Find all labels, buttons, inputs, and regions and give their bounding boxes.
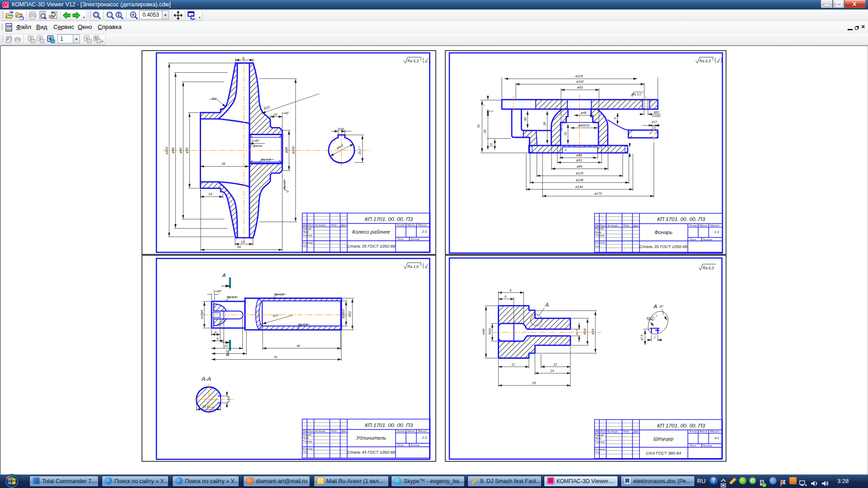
svg-text:4 отв.: 4 отв. <box>652 114 660 117</box>
svg-text:Ra 3,2: Ra 3,2 <box>632 92 641 96</box>
svg-text:ø13: ø13 <box>652 120 657 123</box>
svg-text:М10: М10 <box>488 328 492 335</box>
svg-text:ø55: ø55 <box>185 147 189 154</box>
svg-text:30: 30 <box>523 117 527 121</box>
svg-text:ø7,9: ø7,9 <box>640 334 643 340</box>
svg-text:24: 24 <box>225 349 229 353</box>
svg-text:Колесо рабочее: Колесо рабочее <box>352 229 390 235</box>
svg-text:Ra 0,4: Ra 0,4 <box>226 295 236 299</box>
svg-text:35: 35 <box>222 162 226 166</box>
svg-text:ø100: ø100 <box>291 146 295 154</box>
svg-text:КП 1701. 00. 00. П3: КП 1701. 00. 00. П3 <box>657 422 705 429</box>
svg-text:ø144: ø144 <box>576 185 583 189</box>
svg-text:Ra 6,3: Ra 6,3 <box>699 59 711 63</box>
svg-text:А: А <box>545 302 549 308</box>
svg-text:М16: М16 <box>583 328 587 335</box>
svg-text:А: А <box>222 272 226 278</box>
svg-text:ø98: ø98 <box>171 147 175 154</box>
svg-text:15: 15 <box>208 192 212 196</box>
svg-text:Ra 6,3: Ra 6,3 <box>703 266 714 270</box>
svg-text:Штуцер: Штуцер <box>653 436 673 441</box>
svg-text:Ra 0,8: Ra 0,8 <box>274 292 283 296</box>
svg-text:2:1: 2:1 <box>421 230 427 234</box>
svg-text:23: 23 <box>489 143 493 147</box>
svg-text:Сталь 35 ГОСТ 1050-88: Сталь 35 ГОСТ 1050-88 <box>640 244 688 249</box>
svg-text:60: 60 <box>237 245 241 249</box>
svg-text:9: 9 <box>509 288 511 292</box>
svg-text:4:1: 4:1 <box>714 436 719 440</box>
svg-text:9: 9 <box>217 337 218 341</box>
svg-text:ø8H7: ø8H7 <box>336 144 344 150</box>
svg-text:Ra 6,3: Ra 6,3 <box>407 59 419 63</box>
svg-text:30°: 30° <box>659 305 664 308</box>
svg-text:Ra 0,8: Ra 0,8 <box>261 158 271 161</box>
svg-text:33: 33 <box>563 132 567 136</box>
svg-text:2:1: 2:1 <box>421 436 427 440</box>
svg-text:1×45°: 1×45° <box>213 289 222 293</box>
svg-text:6: 6 <box>215 330 217 334</box>
svg-text:ø63: ø63 <box>577 85 583 89</box>
svg-text:2: 2 <box>653 336 656 339</box>
svg-text:5Js8: 5Js8 <box>338 127 344 131</box>
svg-text:Сталь 35 ГОСТ 1050-88: Сталь 35 ГОСТ 1050-88 <box>347 244 396 249</box>
svg-text:ø122: ø122 <box>165 146 169 155</box>
svg-text:А: А <box>653 304 657 309</box>
svg-text:Ra 3,2: Ra 3,2 <box>560 123 563 131</box>
svg-text:13,5₋₀,₄₃: 13,5₋₀,₄₃ <box>203 405 215 408</box>
svg-text:13: 13 <box>241 240 245 244</box>
svg-text:28: 28 <box>483 130 487 134</box>
svg-text:9: 9 <box>613 117 617 119</box>
svg-text:R15: R15 <box>263 105 271 111</box>
svg-text:ø138: ø138 <box>576 178 583 182</box>
svg-text:26: 26 <box>532 381 536 385</box>
svg-text:Ra 1,6: Ra 1,6 <box>407 264 419 269</box>
svg-text:22: 22 <box>224 344 228 348</box>
svg-text:ø40Н11: ø40Н11 <box>578 123 590 127</box>
svg-text:Ст3 ГОСТ 380-94: Ст3 ГОСТ 380-94 <box>646 451 681 455</box>
svg-text:R4: R4 <box>212 97 217 101</box>
svg-text:14: 14 <box>550 369 554 373</box>
svg-text:R0,5: R0,5 <box>646 317 653 320</box>
svg-text:9: 9 <box>242 56 245 60</box>
svg-text:ø125: ø125 <box>576 74 583 78</box>
svg-text:Удлинитель: Удлинитель <box>356 435 386 441</box>
svg-text:ø22: ø22 <box>348 311 352 317</box>
svg-text:1,2: 1,2 <box>626 148 629 152</box>
svg-text:ø90: ø90 <box>179 147 183 154</box>
svg-text:КП 1701. 00. 00. П3: КП 1701. 00. 00. П3 <box>365 422 413 428</box>
svg-text:ø2,5: ø2,5 <box>576 329 578 335</box>
svg-text:2 фаски: 2 фаски <box>250 144 262 148</box>
svg-text:1×45°: 1×45° <box>281 112 289 115</box>
svg-text:40: 40 <box>297 344 300 348</box>
svg-text:ø19: ø19 <box>591 329 595 334</box>
svg-text:Ra 0,8: Ra 0,8 <box>298 323 307 327</box>
svg-text:4 отв.: 4 отв. <box>651 124 659 127</box>
svg-text:ø170: ø170 <box>594 192 602 196</box>
svg-text:10: 10 <box>274 113 278 117</box>
svg-text:7: 7 <box>483 104 486 106</box>
svg-text:12: 12 <box>553 362 557 366</box>
svg-text:ø63: ø63 <box>576 158 582 162</box>
svg-text:ø192: ø192 <box>576 80 584 84</box>
svg-text:ø18Н7: ø18Н7 <box>341 308 345 319</box>
svg-text:1×45°: 1×45° <box>251 139 260 142</box>
svg-text:19,3⁺°: 19,3⁺° <box>358 146 361 155</box>
svg-text:Сталь 45 ГОСТ 1050-88: Сталь 45 ГОСТ 1050-88 <box>347 450 396 455</box>
svg-text:11: 11 <box>511 362 514 366</box>
svg-text:А-А: А-А <box>201 376 211 382</box>
svg-text:ø58: ø58 <box>576 153 582 157</box>
svg-text:Ra 1,6: Ra 1,6 <box>283 180 286 189</box>
svg-text:ø40: ø40 <box>481 329 486 334</box>
svg-text:6: 6 <box>505 295 506 299</box>
svg-text:76: 76 <box>274 355 277 359</box>
svg-text:ø46: ø46 <box>581 111 586 115</box>
svg-text:ø16к6: ø16к6 <box>200 310 204 319</box>
svg-text:1:1: 1:1 <box>714 230 719 234</box>
svg-text:ø125: ø125 <box>576 171 584 175</box>
svg-text:Фонарь: Фонарь <box>655 230 673 235</box>
svg-text:ø36: ø36 <box>284 147 288 153</box>
svg-text:ø80: ø80 <box>577 164 582 169</box>
svg-text:КП 1701. 00. 00. П3: КП 1701. 00. 00. П3 <box>657 216 705 222</box>
svg-text:36: 36 <box>542 122 547 126</box>
svg-text:5Js9: 5Js9 <box>227 396 230 403</box>
